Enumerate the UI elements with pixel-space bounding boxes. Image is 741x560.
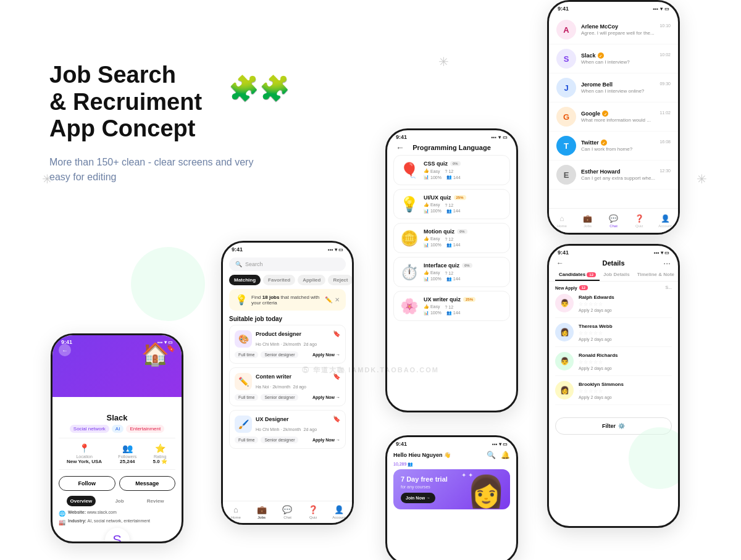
job-card-ux[interactable]: 🖌️ UX Designer 🔖 Ho Chi Minh · 2k/month …	[229, 410, 346, 449]
job-tag: Senior designer	[261, 394, 298, 401]
deco-stars: ✦ ✦	[461, 472, 473, 479]
chat-item[interactable]: T Twitter ✓ 16:08 Can I work from home?	[549, 132, 678, 161]
chat-name: Jerome Bell	[581, 81, 613, 88]
tab-job-details[interactable]: Job Details	[600, 269, 634, 281]
candidate-name: Ronald Richards	[579, 353, 672, 358]
candidate-name: Ralph Edwards	[579, 295, 672, 300]
tab-applied[interactable]: Applied	[298, 275, 325, 285]
job-date: 2d ago	[304, 427, 317, 432]
phone-company: 9:41 ▪▪▪ ▾ ▭ ← 🔖 🏠 S Slack Social networ…	[51, 333, 183, 543]
apply-date: Apply 2 days ago	[579, 395, 672, 399]
quiz-badge: 0%	[450, 161, 461, 166]
nav-home[interactable]: ⌂ Home	[549, 209, 575, 233]
chat-item[interactable]: G Google ✓ 11:02 What more information w…	[549, 102, 678, 132]
candidate-row[interactable]: 👨 Ralph Edwards ☆☆☆☆☆ Apply 2 days ago	[555, 294, 672, 318]
apply-button[interactable]: Apply Now →	[312, 353, 340, 357]
search-bar[interactable]: 🔍 Search	[229, 257, 346, 271]
chat-time: 16:08	[659, 140, 671, 146]
promo-subtitle: for any courses	[401, 485, 448, 489]
nav-home[interactable]: ⌂ Home	[223, 501, 249, 523]
nav-jobs[interactable]: 💼 Jobs	[249, 501, 275, 523]
close-banner-button[interactable]: ✕	[335, 296, 340, 303]
tab-review[interactable]: Review	[143, 496, 168, 506]
job-title: Conten writer	[256, 374, 291, 380]
details-header: ← Details ···	[549, 257, 678, 269]
candidate-name: Brooklyn Simmons	[579, 382, 672, 387]
quiz-badge: 25%	[463, 297, 475, 302]
stat-location: 📍 Location New York, USA	[67, 443, 102, 464]
chat-time: 10:02	[659, 52, 671, 59]
follow-button[interactable]: Follow	[59, 476, 115, 491]
phone-details: 9:41 ▪▪▪ ▾ ▭ ← Details ··· Candidates 12…	[547, 244, 680, 528]
quiz-card-css[interactable]: 🎈 CSS quiz 0% 👍 Easy ? 12 📊 100% 👥 144	[393, 155, 510, 185]
phone4-status: 9:41 ▪▪▪ ▾ ▭	[549, 2, 678, 13]
back-button[interactable]: ←	[396, 143, 404, 153]
filter-icon: ⚙️	[618, 423, 625, 429]
quiz-card-motion[interactable]: 🪙 Motion quiz 0% 👍 Easy ? 12 📊 100% 👥 14…	[393, 223, 510, 253]
chat-item[interactable]: A Arlene McCoy 10:10 Agree. I will prepa…	[549, 15, 678, 44]
quiz-title: Programming Language	[412, 144, 491, 151]
job-title: Product designer	[256, 331, 301, 337]
candidate-row[interactable]: 👩 Brooklyn Simmons ☆☆☆☆☆ Apply 2 days ag…	[555, 381, 672, 405]
job-date: 2d ago	[293, 385, 306, 389]
chat-item[interactable]: J Jerome Bell 09:30 When can I interview…	[549, 73, 678, 102]
bottom-nav: ⌂ Home 💼 Jobs 💬 Chat ❓ Quiz 👤 Account	[549, 208, 678, 233]
info-website: 🌐 Website: www.slack.com	[59, 510, 175, 517]
tab-reject[interactable]: Reject	[328, 275, 352, 285]
quiz-card-uiux[interactable]: 💡 UI/UX quiz 25% 👍 Easy ? 12 📊 100% 👥 14…	[393, 189, 510, 219]
shortlist-button[interactable]: S...	[665, 285, 672, 290]
verified-icon: ✓	[601, 140, 607, 146]
nav-jobs[interactable]: 💼 Jobs	[575, 209, 601, 233]
tab-job[interactable]: Job	[111, 496, 127, 506]
search-icon: 🔍	[235, 261, 242, 267]
tab-timeline[interactable]: Timeline & Note	[634, 269, 678, 281]
bell-icon[interactable]: 🔔	[501, 451, 510, 459]
job-logo: ✏️	[235, 373, 252, 390]
candidate-row[interactable]: 👩 Theresa Webb ☆☆☆☆☆ Apply 2 days ago	[555, 323, 672, 347]
apply-button[interactable]: Apply Now →	[312, 395, 340, 399]
nav-account[interactable]: 👤 Account	[652, 209, 678, 233]
puzzle-decoration: 🧩🧩	[228, 74, 290, 103]
verified-icon: ✓	[602, 111, 608, 117]
industry-icon: 🏭	[59, 519, 65, 525]
apply-date: Apply 2 days ago	[579, 366, 672, 370]
tab-matching[interactable]: Matching	[229, 275, 261, 285]
user-greeting: Hello Hieu Nguyen 👋	[393, 452, 451, 458]
back-button[interactable]: ←	[556, 259, 564, 267]
more-button[interactable]: ···	[663, 258, 671, 268]
phone-chat: 9:41 ▪▪▪ ▾ ▭ A Arlene McCoy 10:10 Agree.…	[547, 0, 680, 235]
apply-button[interactable]: Apply Now →	[312, 438, 340, 442]
chat-item[interactable]: E Esther Howard 12:30 Can I get any extr…	[549, 161, 678, 190]
nav-quiz[interactable]: ❓ Quiz	[626, 209, 652, 233]
phone-jobs: 9:41 ▪▪▪ ▾ ▭ 🔍 Search Matching Favorited…	[221, 241, 354, 525]
tab-favorited[interactable]: Favorited	[263, 275, 295, 285]
bulb-icon: 💡	[235, 294, 248, 306]
tab-overview[interactable]: Overview	[67, 496, 96, 506]
chat-name: Twitter ✓	[581, 140, 607, 146]
tab-candidates[interactable]: Candidates 12	[555, 269, 600, 281]
promo-banner[interactable]: 7 Day free trial for any courses Join No…	[393, 469, 510, 509]
quiz-card-uxwriter[interactable]: 🌸 UX writer quiz 25% 👍 Easy ? 12 📊 100% …	[393, 291, 510, 321]
quiz-card-interface[interactable]: ⏱️ Interface quiz 0% 👍 Easy ? 12 📊 100% …	[393, 257, 510, 287]
chat-preview: What more information would ...	[581, 117, 661, 123]
star-rating: ☆☆☆☆☆	[579, 301, 672, 307]
job-title: UX Designer	[256, 416, 289, 422]
phone1-status: 9:41 ▪▪▪ ▾ ▭	[52, 335, 182, 346]
nav-chat[interactable]: 💬 Chat	[275, 501, 301, 523]
message-button[interactable]: Message	[119, 476, 176, 491]
join-now-button[interactable]: Join Now →	[401, 493, 435, 503]
edit-banner-button[interactable]: ✏️	[325, 296, 332, 303]
job-card-product[interactable]: 🎨 Product designer 🔖 Ho Chi Minh · 2k/mo…	[229, 325, 346, 364]
nav-account[interactable]: 👤 Account	[326, 501, 352, 523]
search-icon[interactable]: 🔍	[487, 451, 496, 459]
promo-header: Hello Hieu Nguyen 👋 🔍 🔔	[387, 448, 516, 462]
star-rating: ☆☆☆☆☆	[579, 359, 672, 365]
candidate-row[interactable]: 👨 Ronald Richards ☆☆☆☆☆ Apply 2 days ago	[555, 352, 672, 376]
job-logo: 🎨	[235, 330, 252, 348]
chat-time: 10:10	[659, 23, 671, 30]
star-rating: ☆☆☆☆☆	[579, 330, 672, 336]
jobs-icon: 💼	[583, 214, 592, 223]
chat-item[interactable]: S Slack ✓ 10:02 When can I interview?	[549, 44, 678, 73]
nav-chat[interactable]: 💬 Chat	[601, 209, 627, 233]
nav-quiz[interactable]: ❓ Quiz	[300, 501, 326, 523]
